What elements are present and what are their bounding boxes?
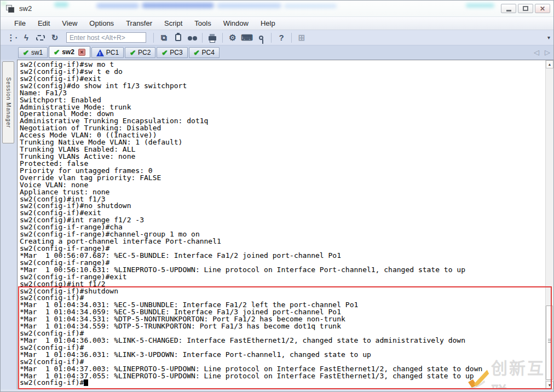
menu-item-options[interactable]: Options <box>83 18 120 29</box>
app-icon <box>6 5 15 13</box>
window-bottom-frame <box>1 389 553 391</box>
options-icon[interactable]: ⚙ <box>226 32 239 44</box>
maximize-button[interactable] <box>518 4 533 13</box>
toolbar-separator <box>222 33 223 43</box>
scroll-down-icon[interactable]: ▼ <box>546 381 553 389</box>
connected-check-icon: ✔ <box>194 49 200 56</box>
connected-check-icon: ✔ <box>23 49 29 56</box>
terminal-output: sw2(config-if)#sw mo tsw2(config-if)#sw … <box>20 61 553 387</box>
blur-watermark <box>217 3 281 8</box>
menu-item-window[interactable]: Window <box>217 18 255 29</box>
session-manager-label: Session Manager <box>5 77 11 128</box>
tab-scroll-left-icon[interactable]: ◁ <box>534 48 539 56</box>
tab-scroll-right-icon[interactable]: ▷ <box>545 48 550 56</box>
toolbar-separator <box>291 33 292 43</box>
help-icon[interactable]: ? <box>275 32 288 44</box>
tab-sw2[interactable]: ✔sw2✕ <box>49 46 90 58</box>
warning-icon: ! <box>96 49 104 56</box>
scroll-up-icon[interactable]: ▲ <box>546 60 553 68</box>
tab-label: sw1 <box>31 49 43 56</box>
tab-label: PC3 <box>170 49 182 56</box>
tab-strip: ✔sw1✔sw2✕!PC1✔PC2✔PC3✔PC4 <box>18 46 221 58</box>
terminal-line: sw2(config-if)#shutdown <box>20 288 553 295</box>
toolbar-separator <box>202 33 203 43</box>
terminal-line: sw2(config)#do show int f1/3 switchport <box>20 83 553 90</box>
blur-watermark <box>54 2 68 7</box>
host-input[interactable] <box>66 32 146 43</box>
scrollbar[interactable]: ▲ ▼ <box>545 60 553 389</box>
terminal-cursor <box>84 379 88 386</box>
connected-check-icon: ✔ <box>54 49 60 56</box>
toolbar: ⋮∙ϟ↻⧉⚙⌨?⊞ ▾ <box>1 30 553 45</box>
blur-watermark <box>142 3 214 8</box>
close-button[interactable]: ✕ <box>535 4 550 13</box>
menu-item-transfer[interactable]: Transfer <box>120 18 158 29</box>
tab-label: PC4 <box>202 49 215 56</box>
tab-pc1[interactable]: !PC1 <box>91 47 124 58</box>
tab-pc2[interactable]: ✔PC2 <box>125 47 155 58</box>
paste-icon[interactable] <box>171 32 184 44</box>
terminal-line: Trunking VLANs Active: none <box>20 153 553 160</box>
find-icon[interactable] <box>186 32 199 44</box>
title-bar: sw2 ✕ <box>1 1 553 16</box>
app-window: sw2 ✕ FileEditViewOptionsTransferScriptT… <box>0 0 554 392</box>
tab-label: PC2 <box>138 49 151 56</box>
toolbar-overflow-icon[interactable]: ▾ <box>547 34 550 41</box>
menu-bar: FileEditViewOptionsTransferScriptToolsWi… <box>1 16 553 30</box>
menu-item-view[interactable]: View <box>56 18 83 29</box>
tab-pc4[interactable]: ✔PC4 <box>189 47 220 58</box>
scrollbar-thumb[interactable] <box>546 305 553 380</box>
session-manager-icon[interactable]: ⋮∙ <box>5 32 19 44</box>
quick-connect-icon[interactable]: ϟ <box>20 32 33 44</box>
blur-watermark <box>284 4 337 8</box>
tab-close-button[interactable]: ✕ <box>78 49 85 56</box>
menu-item-tools[interactable]: Tools <box>188 18 217 29</box>
terminal-line: *Mar 1 01:04:36.031: %LINK-3-UPDOWN: Int… <box>20 351 553 359</box>
connect-in-tab-icon[interactable] <box>34 32 47 44</box>
reconnect-icon[interactable]: ↻ <box>48 32 61 44</box>
clone-session-icon[interactable]: ⊞ <box>295 32 308 44</box>
print-icon[interactable] <box>206 32 219 44</box>
toolbar-items: ⋮∙ϟ↻⧉⚙⌨?⊞ <box>5 32 309 44</box>
tab-pc3[interactable]: ✔PC3 <box>157 47 187 58</box>
menu-item-help[interactable]: Help <box>255 18 281 29</box>
terminal-line: *Mar 1 01:04:34.559: %DTP-5-TRUNKPORTON:… <box>20 323 553 330</box>
menu-item-file[interactable]: File <box>8 18 32 29</box>
maximize-icon <box>523 6 528 11</box>
toolbar-separator <box>153 33 154 43</box>
toolbar-separator <box>271 33 272 43</box>
terminal-line: sw2(config-if)# <box>20 379 553 387</box>
session-manager-tab[interactable]: Session Manager <box>2 61 14 143</box>
key-icon[interactable] <box>255 32 268 44</box>
minimize-icon <box>506 10 511 11</box>
close-icon: ✕ <box>540 5 545 12</box>
window-title: sw2 <box>19 4 32 13</box>
session-manager-strip: Session Manager <box>1 60 17 389</box>
tab-label: PC1 <box>106 49 119 56</box>
tab-label: sw2 <box>62 48 74 56</box>
keyboard-icon[interactable]: ⌨ <box>240 32 253 44</box>
copy-icon[interactable]: ⧉ <box>157 32 170 44</box>
terminal-screen[interactable]: sw2(config-if)#sw mo tsw2(config-if)#sw … <box>17 60 553 389</box>
connected-check-icon: ✔ <box>161 49 168 56</box>
blur-watermark <box>466 3 494 8</box>
menu-item-script[interactable]: Script <box>158 18 188 29</box>
terminal-line: Override vlan tag priority: FALSE <box>20 175 553 182</box>
menu-item-edit[interactable]: Edit <box>32 18 56 29</box>
tab-bar: ✔sw1✔sw2✕!PC1✔PC2✔PC3✔PC4 ◁ ▷ <box>1 45 553 60</box>
terminal-line: *Mar 1 01:04:37.055: %LINEPROTO-5-UPDOWN… <box>20 373 553 380</box>
terminal-line: *Mar 1 01:04:36.003: %LINK-5-CHANGED: In… <box>20 337 553 344</box>
tab-sw1[interactable]: ✔sw1 <box>18 47 48 58</box>
connected-check-icon: ✔ <box>130 49 136 56</box>
blur-watermark <box>96 3 139 8</box>
minimize-button[interactable] <box>501 4 516 13</box>
